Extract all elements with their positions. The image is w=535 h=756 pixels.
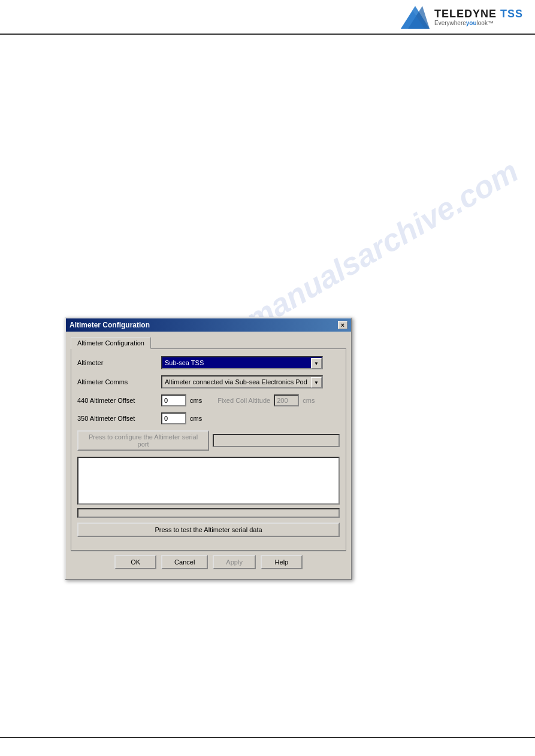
altimeter-comms-value: Altimeter connected via Sub-sea Electron…: [165, 378, 319, 385]
serial-data-bar: [77, 508, 340, 518]
offset-440-label: 440 Altimeter Offset: [77, 397, 161, 404]
fixed-coil-label: Fixed Coil Altitude: [217, 397, 270, 404]
ok-button[interactable]: OK: [114, 555, 156, 569]
altimeter-comms-label: Altimeter Comms: [77, 378, 161, 385]
altimeter-comms-row: Altimeter Comms Altimeter connected via …: [77, 375, 340, 388]
help-button[interactable]: Help: [261, 555, 303, 569]
logo-icon: [401, 6, 430, 29]
serial-data-area: [77, 457, 340, 505]
serial-port-button[interactable]: Press to configure the Altimeter serial …: [77, 430, 209, 451]
dialog-title: Altimeter Configuration: [69, 321, 150, 329]
main-panel: Altimeter Sub-sea TSS ▼ Altimeter Comms …: [71, 348, 346, 551]
page-header: TELEDYNE TSS Everywhereyoulook™: [0, 0, 535, 35]
logo-text: TELEDYNE TSS Everywhereyoulook™: [434, 8, 523, 27]
offset-350-unit: cms: [190, 415, 202, 422]
offset-440-input[interactable]: [161, 394, 186, 406]
cancel-button[interactable]: Cancel: [161, 555, 208, 569]
altimeter-control: Sub-sea TSS ▼: [161, 356, 340, 369]
dialog-body: Altimeter Configuration Altimeter Sub-se…: [66, 332, 351, 579]
dialog-buttons: OK Cancel Apply Help: [71, 551, 346, 574]
altimeter-label: Altimeter: [77, 359, 161, 366]
logo-tagline: Everywhereyoulook™: [434, 20, 523, 26]
tab-altimeter-configuration[interactable]: Altimeter Configuration: [71, 337, 151, 349]
offset-350-input[interactable]: [161, 412, 186, 424]
altimeter-comms-dropdown[interactable]: Altimeter connected via Sub-sea Electron…: [161, 375, 323, 388]
fixed-coil-input: [274, 394, 299, 406]
altimeter-dropdown[interactable]: Sub-sea TSS ▼: [161, 356, 323, 369]
offset-440-control: cms Fixed Coil Altitude cms: [161, 394, 340, 406]
serial-port-row: Press to configure the Altimeter serial …: [77, 430, 340, 451]
altimeter-value: Sub-sea TSS: [165, 359, 319, 366]
logo: TELEDYNE TSS Everywhereyoulook™: [401, 6, 523, 29]
dialog-titlebar: Altimeter Configuration ×: [66, 318, 351, 332]
dialog-close-button[interactable]: ×: [338, 321, 347, 329]
serial-port-display: [213, 434, 340, 447]
apply-button[interactable]: Apply: [213, 555, 256, 569]
altimeter-comms-dropdown-arrow[interactable]: ▼: [311, 377, 322, 388]
logo-tss: TSS: [497, 8, 523, 20]
altimeter-row: Altimeter Sub-sea TSS ▼: [77, 356, 340, 369]
logo-brand: TELEDYNE: [434, 8, 497, 20]
offset-350-label: 350 Altimeter Offset: [77, 415, 161, 422]
offset-440-row: 440 Altimeter Offset cms Fixed Coil Alti…: [77, 394, 340, 406]
offset-350-row: 350 Altimeter Offset cms: [77, 412, 340, 424]
offset-350-control: cms: [161, 412, 340, 424]
offset-440-unit: cms: [190, 397, 202, 404]
test-button-row: Press to test the Altimeter serial data: [77, 523, 340, 537]
altimeter-config-dialog: Altimeter Configuration × Altimeter Conf…: [65, 317, 352, 580]
watermark: manualsarchive.com: [239, 153, 524, 338]
footer-line: [0, 737, 535, 738]
fixed-coil-unit: cms: [303, 397, 315, 404]
test-altimeter-button[interactable]: Press to test the Altimeter serial data: [77, 523, 340, 537]
altimeter-comms-control: Altimeter connected via Sub-sea Electron…: [161, 375, 340, 388]
altimeter-dropdown-arrow[interactable]: ▼: [311, 358, 322, 369]
tab-strip: Altimeter Configuration: [71, 336, 346, 348]
